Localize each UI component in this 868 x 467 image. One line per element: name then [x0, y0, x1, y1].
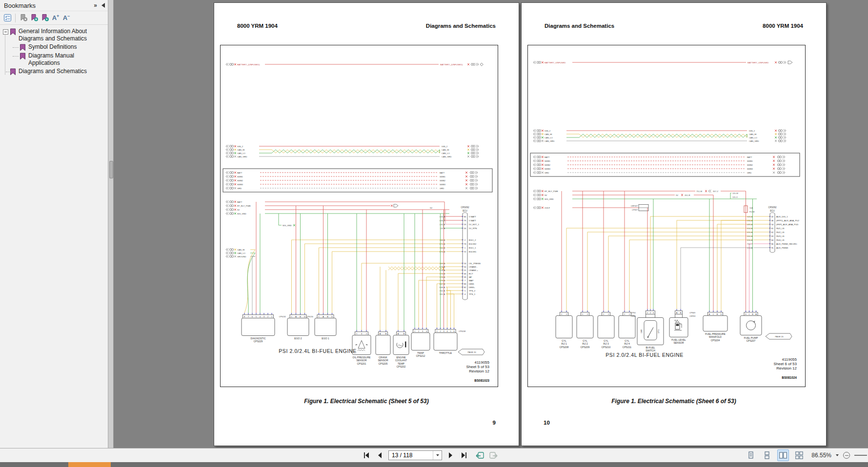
svg-text:1: 1	[582, 313, 583, 315]
svg-text:CRP097: CRP097	[631, 205, 638, 207]
increase-font-icon[interactable]: A+	[50, 13, 61, 23]
svg-text:CAN_HI: CAN_HI	[545, 133, 552, 136]
svg-text:5: 5	[256, 316, 257, 318]
svg-text:61: 61	[771, 228, 773, 230]
svg-text:CAN_LO: CAN_LO	[237, 152, 245, 155]
schematic-content: BATTERY_(UNFUSED)BATTERY_(UNFUSED)IGN_2C…	[221, 45, 498, 387]
continuous-facing-icon[interactable]	[793, 449, 805, 461]
previous-page-icon[interactable]	[375, 451, 384, 460]
svg-text:SWB3: SWB3	[440, 183, 446, 186]
svg-text:D: D	[331, 316, 333, 318]
zoom-slider[interactable]	[854, 455, 867, 456]
collapse-node-icon[interactable]	[3, 29, 8, 35]
svg-text:V BATT: V BATT	[469, 219, 476, 222]
svg-text:EGO_2: EGO_2	[469, 239, 476, 241]
svg-text:TMAP: TMAP	[417, 351, 424, 354]
bookmark-item[interactable]: Diagrams Manual Applications	[2, 52, 107, 67]
svg-text:CAN_HI: CAN_HI	[749, 133, 756, 136]
bookmark-tree: General Information About Diagrams and S…	[0, 25, 108, 76]
bookmark-item[interactable]: Symbol Definitions	[2, 43, 107, 51]
svg-text:INJ 1: INJ 1	[561, 342, 567, 345]
svg-text:B: B	[327, 316, 328, 318]
previous-view-icon[interactable]	[476, 451, 484, 460]
svg-text:80: 80	[771, 243, 773, 245]
zoom-dropdown-icon[interactable]	[836, 454, 839, 456]
svg-text:2: 2	[440, 331, 441, 332]
svg-text:FUEL LEVEL: FUEL LEVEL	[671, 338, 686, 341]
svg-text:DBW+: DBW+	[469, 286, 475, 289]
next-view-icon[interactable]	[489, 451, 498, 460]
add-bookmark-icon[interactable]	[29, 13, 40, 23]
svg-text:(FPP1)_AUX_ANA_PU2: (FPP1)_AUX_ANA_PU2	[776, 219, 799, 222]
panel-splitter[interactable]	[108, 0, 114, 448]
bookmark-label: Diagrams and Schematics	[19, 68, 87, 75]
svg-text:CRANK +: CRANK +	[469, 269, 478, 272]
svg-text:82: 82	[464, 287, 466, 289]
svg-text:1: 1	[603, 313, 604, 315]
expand-panel-icon[interactable]: »	[94, 2, 97, 9]
bookmark-label: Symbol Definitions	[28, 43, 77, 51]
svg-text:1: 1	[414, 331, 415, 332]
svg-text:2: 2	[267, 316, 268, 318]
svg-text:Revision 12: Revision 12	[469, 369, 489, 373]
svg-text:CRANK -: CRANK -	[469, 266, 478, 268]
svg-text:5V_RTN: 5V_RTN	[469, 227, 477, 230]
bookmark-item[interactable]: Diagrams and Schematics	[2, 68, 107, 76]
svg-text:DBW-: DBW-	[469, 283, 475, 285]
svg-text:FP_RLY_PWR: FP_RLY_PWR	[545, 190, 558, 193]
title-block: PAGE 204119055Sheet 5 of 53Revision 12BS…	[458, 349, 490, 382]
svg-text:72: 72	[464, 251, 466, 253]
svg-text:SWB3: SWB3	[237, 183, 243, 186]
bookmark-flag-icon	[10, 28, 16, 36]
svg-text:FUEL PUMP: FUEL PUMP	[744, 336, 758, 339]
svg-text:115-W: 115-W	[732, 192, 738, 195]
zoom-out-icon[interactable]	[843, 452, 850, 459]
page-header-right: Diagrams and Schematics	[426, 23, 496, 29]
svg-text:CPS209: CPS209	[581, 346, 590, 349]
electrical-schematic-sheet-6: BATTERY_UNFUSEDBATTERY_UNFUSEDIGN_2CAN_H…	[527, 45, 806, 387]
bookmarks-panel-title: Bookmarks	[3, 2, 90, 9]
goto-bookmark-icon[interactable]	[40, 13, 50, 23]
page-dropdown-icon[interactable]	[433, 451, 442, 460]
svg-text:B: B	[385, 333, 387, 335]
svg-text:CYL: CYL	[604, 339, 608, 342]
svg-text:BS081024: BS081024	[782, 376, 797, 379]
page-number-input[interactable]	[389, 451, 435, 460]
first-page-icon[interactable]	[362, 451, 371, 460]
bookmark-label: Diagrams Manual Applications	[28, 52, 107, 67]
svg-text:PAGE 20: PAGE 20	[467, 351, 476, 353]
svg-text:A: A	[709, 313, 710, 315]
continuous-page-icon[interactable]	[761, 449, 773, 461]
svg-text:4: 4	[426, 331, 427, 332]
delete-bookmark-icon[interactable]	[18, 13, 29, 23]
svg-text:PAGE 20: PAGE 20	[775, 335, 784, 338]
svg-text:FP_RLY_PWR: FP_RLY_PWR	[237, 205, 251, 207]
svg-text:C: C	[713, 313, 714, 315]
svg-text:2: 2	[608, 313, 609, 315]
svg-text:ECU: ECU	[463, 210, 467, 212]
svg-text:5V: 5V	[430, 207, 432, 209]
svg-text:Revision 12: Revision 12	[776, 366, 797, 370]
svg-text:64: 64	[771, 239, 773, 241]
facing-pages-icon[interactable]	[777, 449, 789, 461]
collapse-panel-icon[interactable]	[101, 3, 105, 8]
svg-text:115-X: 115-X	[732, 196, 738, 198]
taskbar-item	[68, 462, 111, 467]
svg-text:CPS204: CPS204	[711, 339, 720, 342]
svg-text:3: 3	[422, 331, 423, 332]
bookmark-item[interactable]: General Information About Diagrams and S…	[2, 28, 107, 42]
bookmark-options-icon[interactable]	[2, 13, 13, 23]
next-page-icon[interactable]	[446, 451, 455, 460]
svg-text:CPS202: CPS202	[397, 365, 406, 368]
bookmarks-panel: Bookmarks » A+ A− General Information Ab…	[0, 0, 108, 448]
component-ego-1: CABDCPS216EGO 1	[306, 206, 446, 340]
decrease-font-icon[interactable]: A−	[61, 13, 72, 23]
single-page-icon[interactable]	[745, 449, 757, 461]
svg-text:BATT: BATT	[237, 172, 242, 174]
svg-text:FUSE: FUSE	[749, 211, 755, 213]
splitter-grip-icon[interactable]	[109, 161, 113, 178]
svg-text:53: 53	[464, 263, 466, 265]
last-page-icon[interactable]	[460, 451, 468, 460]
svg-text:8: 8	[244, 316, 245, 318]
svg-text:C: C	[291, 316, 292, 318]
